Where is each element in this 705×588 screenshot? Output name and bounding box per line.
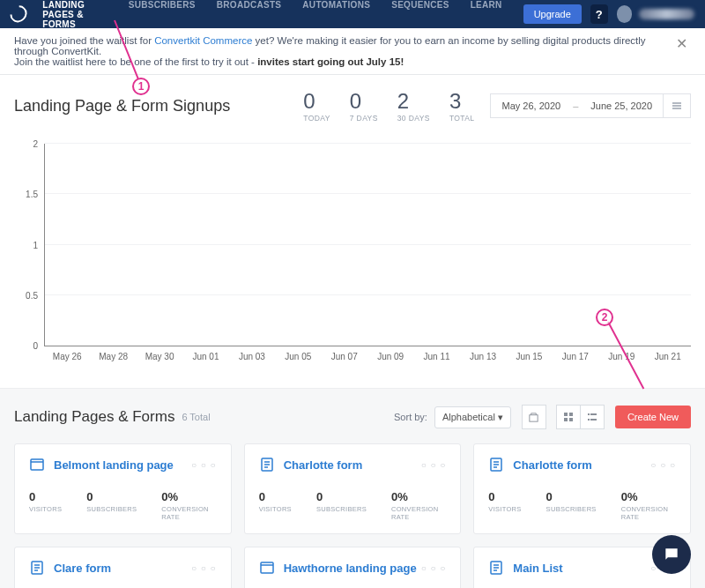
form-card[interactable]: Charlotte form○ ○ ○0VISITORS0SUBSCRIBERS… bbox=[473, 443, 691, 534]
x-tick-label: Jun 07 bbox=[322, 352, 367, 361]
account-name-blurred bbox=[639, 9, 694, 19]
create-new-button[interactable]: Create New bbox=[615, 406, 691, 428]
y-tick-label: 0 bbox=[33, 341, 45, 351]
x-tick-label: Jun 09 bbox=[367, 352, 413, 361]
y-tick-label: 2 bbox=[33, 139, 45, 149]
stat-label: CONVERSION RATE bbox=[391, 505, 446, 521]
stat-value: 0 bbox=[546, 490, 597, 503]
x-tick-label: Jun 03 bbox=[229, 352, 275, 361]
form-card[interactable]: Charlotte form○ ○ ○0VISITORS0SUBSCRIBERS… bbox=[244, 443, 462, 534]
grid-view-icon[interactable] bbox=[556, 405, 581, 429]
x-tick-label: Jun 11 bbox=[413, 352, 459, 361]
stat-label: VISITORS bbox=[259, 505, 292, 513]
page-title: Landing Page & Form Signups bbox=[14, 97, 230, 115]
stat-label: SUBSCRIBERS bbox=[316, 505, 367, 513]
card-menu-icon[interactable]: ○ ○ ○ bbox=[421, 563, 447, 573]
svg-rect-14 bbox=[261, 562, 273, 573]
card-menu-icon[interactable]: ○ ○ ○ bbox=[191, 460, 217, 470]
svg-rect-1 bbox=[564, 413, 568, 416]
x-tick-label: Jun 05 bbox=[275, 352, 321, 361]
nav-item[interactable]: BROADCASTS bbox=[217, 0, 282, 29]
list-title: Landing Pages & Forms bbox=[14, 408, 174, 426]
metric-label: TODAY bbox=[303, 114, 330, 123]
archive-icon[interactable] bbox=[522, 405, 546, 429]
y-tick-label: 1.5 bbox=[26, 190, 45, 199]
stat-label: CONVERSION RATE bbox=[161, 505, 216, 521]
form-icon bbox=[488, 560, 504, 576]
x-tick-label: May 30 bbox=[137, 352, 182, 361]
x-tick-label: Jun 15 bbox=[506, 352, 552, 361]
stat-value: 0 bbox=[488, 490, 521, 503]
date-range-picker[interactable]: May 26, 2020 – June 25, 2020 bbox=[490, 93, 664, 118]
card-menu-icon[interactable]: ○ ○ ○ bbox=[191, 563, 217, 573]
x-tick-label: May 26 bbox=[44, 352, 90, 361]
svg-rect-7 bbox=[588, 419, 590, 421]
nav-item[interactable]: SUBSCRIBERS bbox=[129, 0, 196, 29]
settings-icon[interactable] bbox=[664, 93, 691, 118]
stat-label: CONVERSION RATE bbox=[621, 505, 676, 521]
banner-link[interactable]: Convertkit Commerce bbox=[154, 35, 252, 46]
stat-value: 0 bbox=[29, 490, 62, 503]
upgrade-button[interactable]: Upgrade bbox=[523, 4, 582, 24]
banner-text: Join the waitlist here to be one of the … bbox=[14, 56, 257, 67]
card-title[interactable]: Main List bbox=[513, 562, 562, 575]
summary-metric: 3TOTAL bbox=[449, 89, 475, 123]
metric-value: 0 bbox=[350, 89, 378, 114]
close-icon[interactable]: ✕ bbox=[672, 35, 691, 52]
list-view-icon[interactable] bbox=[580, 405, 605, 429]
card-title[interactable]: Hawthorne landing page bbox=[284, 562, 417, 575]
nav-item[interactable]: AUTOMATIONS bbox=[302, 0, 370, 29]
nav-item[interactable]: LANDING PAGES & FORMS bbox=[42, 0, 107, 29]
card-title[interactable]: Charlotte form bbox=[513, 458, 592, 472]
summary-metric: 0TODAY bbox=[303, 89, 330, 123]
stat-label: VISITORS bbox=[29, 505, 62, 513]
announcement-banner: Have you joined the waitlist for Convert… bbox=[0, 28, 705, 75]
card-menu-icon[interactable]: ○ ○ ○ bbox=[650, 460, 676, 470]
x-tick-label: Jun 13 bbox=[460, 352, 506, 361]
y-tick-label: 0.5 bbox=[26, 290, 45, 300]
card-title[interactable]: Charlotte form bbox=[284, 458, 363, 472]
form-icon bbox=[488, 457, 504, 473]
stat-value: 0% bbox=[161, 490, 216, 503]
stat-value: 0 bbox=[259, 490, 292, 503]
sort-label: Sort by: bbox=[394, 412, 427, 422]
metric-value: 2 bbox=[397, 89, 430, 114]
logo-icon bbox=[7, 2, 31, 26]
avatar[interactable] bbox=[617, 5, 633, 23]
banner-bold: invites start going out July 15! bbox=[257, 56, 404, 67]
metric-label: 7 DAYS bbox=[350, 114, 378, 123]
metric-label: 30 DAYS bbox=[397, 114, 430, 123]
metric-label: TOTAL bbox=[449, 114, 475, 123]
card-title[interactable]: Clare form bbox=[54, 562, 111, 575]
list-count: 6 Total bbox=[182, 412, 210, 422]
stat-label: VISITORS bbox=[488, 505, 521, 513]
sort-select[interactable]: Alphabetical ▾ bbox=[434, 406, 511, 428]
top-nav: LANDING PAGES & FORMSSUBSCRIBERSBROADCAS… bbox=[0, 0, 705, 28]
summary-metric: 230 DAYS bbox=[397, 89, 430, 123]
nav-item[interactable]: LEARN bbox=[471, 0, 502, 29]
form-icon bbox=[259, 457, 275, 473]
nav-item[interactable]: SEQUENCES bbox=[391, 0, 449, 29]
stat-label: SUBSCRIBERS bbox=[546, 505, 597, 513]
stat-value: 0% bbox=[621, 490, 676, 503]
chat-launcher[interactable] bbox=[652, 535, 691, 574]
x-tick-label: Jun 17 bbox=[553, 352, 598, 361]
form-card[interactable]: Hawthorne landing page○ ○ ○0VISITORS0SUB… bbox=[244, 547, 462, 588]
svg-rect-5 bbox=[588, 413, 590, 415]
x-tick-label: Jun 19 bbox=[598, 352, 644, 361]
x-tick-label: May 28 bbox=[90, 352, 136, 361]
svg-rect-4 bbox=[569, 418, 573, 421]
metric-value: 3 bbox=[449, 89, 475, 114]
stat-value: 0% bbox=[391, 490, 446, 503]
y-tick-label: 1 bbox=[33, 240, 45, 249]
card-title[interactable]: Belmont landing page bbox=[54, 458, 174, 472]
card-menu-icon[interactable]: ○ ○ ○ bbox=[421, 460, 447, 470]
x-tick-label: Jun 21 bbox=[644, 352, 690, 361]
help-button[interactable]: ? bbox=[590, 4, 608, 24]
page-icon bbox=[29, 457, 45, 473]
form-card[interactable]: Clare form○ ○ ○Send a broadcast bbox=[14, 547, 232, 588]
date-from: May 26, 2020 bbox=[501, 100, 560, 111]
metric-value: 0 bbox=[303, 89, 330, 114]
stat-value: 0 bbox=[86, 490, 137, 503]
form-card[interactable]: Belmont landing page○ ○ ○0VISITORS0SUBSC… bbox=[14, 443, 232, 534]
